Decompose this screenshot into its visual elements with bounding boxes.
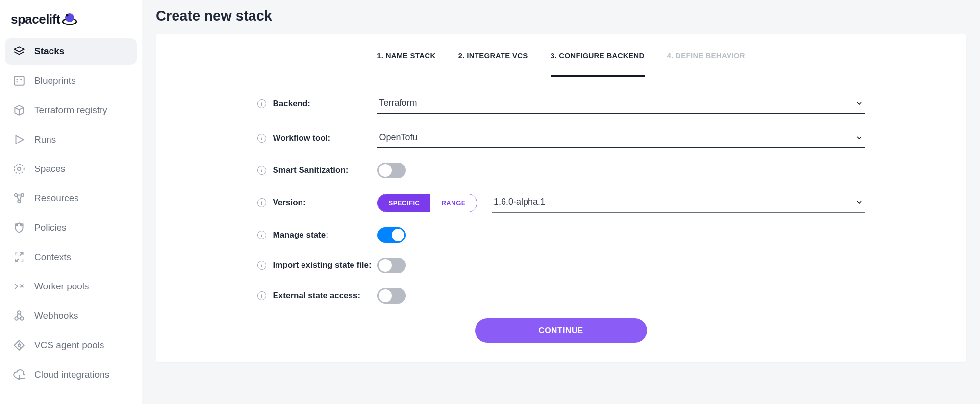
sidebar-item-blueprints[interactable]: Blueprints [5, 68, 137, 94]
sidebar-item-label: Runs [34, 134, 56, 145]
runs-icon [13, 133, 25, 146]
chevron-down-icon [855, 99, 863, 107]
sidebar-item-label: Terraform registry [34, 105, 107, 116]
webhooks-icon [13, 309, 25, 322]
chevron-down-icon [855, 198, 863, 206]
sanitization-label: Smart Sanitization: [273, 166, 349, 175]
sidebar-item-vcs-agent-pools[interactable]: VCS agent pools [5, 332, 137, 358]
vcs-icon [13, 339, 25, 352]
manage-state-label: Manage state: [273, 230, 328, 240]
workers-icon [13, 280, 25, 293]
resources-icon [13, 192, 25, 205]
info-icon[interactable]: i [257, 291, 266, 300]
sidebar-item-label: Worker pools [34, 281, 89, 292]
blueprints-icon [13, 74, 25, 87]
step-define-behavior: 4. DEFINE BEHAVIOR [667, 51, 745, 77]
sidebar-item-label: Policies [34, 222, 66, 233]
row-version: i Version: SPECIFIC RANGE 1.6.0-alpha.1 [257, 193, 865, 213]
row-sanitization: i Smart Sanitization: [257, 163, 865, 178]
continue-button[interactable]: CONTINUE [475, 318, 648, 343]
policies-icon [13, 221, 25, 234]
workflow-label: Workflow tool: [273, 133, 331, 143]
version-mode-segmented: SPECIFIC RANGE [377, 194, 477, 212]
external-access-toggle[interactable] [377, 288, 406, 304]
step-name-stack[interactable]: 1. NAME STACK [377, 51, 435, 77]
version-mode-range[interactable]: RANGE [430, 194, 476, 212]
sidebar-item-label: Stacks [34, 46, 64, 57]
row-import-state: i Import existing state file: [257, 258, 865, 273]
backend-label: Backend: [273, 99, 311, 109]
row-backend: i Backend: Terraform [257, 94, 865, 114]
step-tabs: 1. NAME STACK 2. INTEGRATE VCS 3. CONFIG… [156, 34, 966, 77]
page-title: Create new stack [142, 0, 980, 34]
sidebar-item-label: Webhooks [34, 310, 78, 321]
external-access-label: External state access: [273, 291, 361, 301]
cloud-icon [13, 368, 25, 381]
sidebar-item-resources[interactable]: Resources [5, 185, 137, 212]
sidebar-item-registry[interactable]: Terraform registry [5, 97, 137, 123]
svg-point-10 [21, 224, 22, 226]
logo-text: spacelift [11, 12, 60, 27]
svg-point-2 [66, 14, 69, 17]
sidebar-item-label: Resources [34, 193, 79, 204]
wizard-card: 1. NAME STACK 2. INTEGRATE VCS 3. CONFIG… [156, 34, 966, 362]
backend-value: Terraform [379, 98, 417, 108]
logo-icon [61, 11, 78, 27]
svg-rect-3 [14, 76, 24, 85]
sidebar: spacelift Stacks Blueprints [0, 0, 142, 404]
sidebar-item-label: Cloud integrations [34, 369, 109, 380]
sidebar-item-label: Contexts [34, 252, 71, 262]
version-value: 1.6.0-alpha.1 [494, 197, 545, 207]
info-icon[interactable]: i [257, 99, 266, 108]
info-icon[interactable]: i [257, 198, 266, 207]
registry-icon [13, 104, 25, 117]
info-icon[interactable]: i [257, 261, 266, 270]
import-state-label: Import existing state file: [273, 261, 372, 270]
row-external-access: i External state access: [257, 288, 865, 304]
svg-point-4 [18, 167, 21, 171]
step-configure-backend[interactable]: 3. CONFIGURE BACKEND [551, 51, 645, 77]
version-select[interactable]: 1.6.0-alpha.1 [492, 193, 865, 213]
sidebar-item-webhooks[interactable]: Webhooks [5, 303, 137, 329]
sidebar-item-label: Spaces [34, 164, 65, 174]
info-icon[interactable]: i [257, 231, 266, 239]
version-mode-specific[interactable]: SPECIFIC [378, 194, 431, 212]
sidebar-item-label: VCS agent pools [34, 340, 104, 351]
sidebar-item-worker-pools[interactable]: Worker pools [5, 273, 137, 300]
backend-select[interactable]: Terraform [377, 94, 865, 114]
import-state-toggle[interactable] [377, 258, 406, 273]
sidebar-item-policies[interactable]: Policies [5, 214, 137, 241]
version-label: Version: [273, 198, 306, 208]
step-integrate-vcs[interactable]: 2. INTEGRATE VCS [458, 51, 528, 77]
info-icon[interactable]: i [257, 134, 266, 143]
svg-point-9 [16, 224, 18, 226]
info-icon[interactable]: i [257, 166, 266, 175]
stacks-icon [13, 45, 25, 58]
main-content: Create new stack 1. NAME STACK 2. INTEGR… [142, 0, 980, 404]
contexts-icon [13, 251, 25, 263]
spaces-icon [13, 163, 25, 175]
row-manage-state: i Manage state: [257, 227, 865, 243]
sidebar-item-stacks[interactable]: Stacks [5, 38, 137, 65]
sidebar-item-cloud-integrations[interactable]: Cloud integrations [5, 361, 137, 388]
workflow-select[interactable]: OpenTofu [377, 128, 865, 148]
svg-point-11 [15, 317, 18, 320]
row-workflow: i Workflow tool: OpenTofu [257, 128, 865, 148]
svg-point-14 [18, 344, 20, 346]
logo[interactable]: spacelift [5, 7, 137, 38]
sidebar-item-runs[interactable]: Runs [5, 126, 137, 153]
sidebar-item-label: Blueprints [34, 75, 76, 86]
sidebar-item-contexts[interactable]: Contexts [5, 244, 137, 270]
backend-form: i Backend: Terraform i Workflow tool: [238, 94, 885, 343]
workflow-value: OpenTofu [379, 132, 418, 143]
sidebar-item-spaces[interactable]: Spaces [5, 156, 137, 182]
svg-point-5 [14, 164, 24, 174]
chevron-down-icon [855, 134, 863, 142]
manage-state-toggle[interactable] [377, 227, 406, 243]
svg-point-12 [20, 317, 23, 320]
sanitization-toggle[interactable] [377, 163, 406, 178]
